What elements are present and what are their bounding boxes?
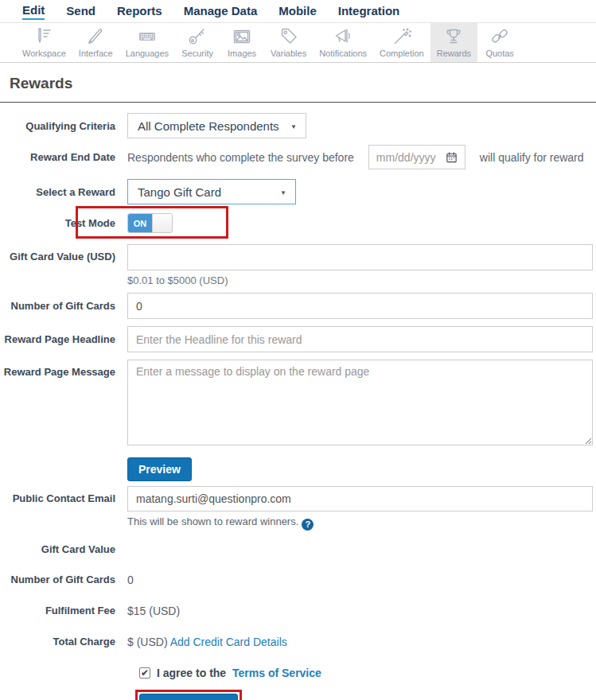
- tab-label: Interface: [79, 49, 113, 58]
- number-of-gift-cards-input[interactable]: [127, 293, 593, 319]
- reward-page-headline-label: Reward Page Headline: [0, 333, 127, 345]
- select-reward-value: Tango Gift Card: [138, 185, 221, 199]
- reward-page-message-textarea[interactable]: [127, 360, 593, 445]
- tab-label: Workspace: [22, 49, 66, 58]
- public-contact-email-input[interactable]: [127, 486, 593, 511]
- fulfilment-fee-value: $15 (USD): [127, 605, 596, 617]
- fulfilment-fee-label: Fulfilment Fee: [0, 605, 127, 617]
- settings-toolbar: Workspace Interface: [0, 23, 596, 63]
- preview-button[interactable]: Preview: [127, 457, 192, 481]
- save-changes-button[interactable]: Save Changes: [139, 694, 238, 700]
- nav-manage-data[interactable]: Manage Data: [184, 4, 258, 19]
- toggle-on-label: ON: [128, 214, 152, 232]
- tab-variables[interactable]: Variables: [264, 23, 313, 62]
- rewards-icon: [443, 26, 464, 47]
- tab-workspace[interactable]: Workspace: [16, 23, 72, 62]
- agree-text: I agree to the: [157, 667, 226, 679]
- qualifying-criteria-value: All Complete Respondents: [138, 119, 279, 133]
- gift-card-value-helper: $0.01 to $5000 (USD): [127, 274, 593, 286]
- public-contact-email-label: Public Contact Email: [0, 486, 127, 531]
- tab-security[interactable]: Security: [175, 23, 220, 62]
- gift-card-value-input[interactable]: [127, 244, 593, 270]
- number-of-gift-cards-label: Number of Gift Cards: [0, 300, 127, 312]
- total-charge-value: $ (USD): [127, 636, 168, 648]
- tab-label: Languages: [126, 49, 169, 58]
- toggle-knob[interactable]: [152, 214, 172, 232]
- images-icon: [232, 26, 252, 47]
- qualifying-criteria-select[interactable]: All Complete Respondents: [127, 113, 306, 138]
- date-placeholder: mm/dd/yyyy: [376, 151, 436, 164]
- summary-gift-card-value: [127, 543, 596, 555]
- nav-mobile[interactable]: Mobile: [279, 4, 317, 19]
- nav-reports[interactable]: Reports: [117, 4, 162, 19]
- quotas-icon: [489, 26, 510, 47]
- tab-rewards[interactable]: Rewards: [430, 23, 477, 62]
- summary-gift-card-value-label: Gift Card Value: [0, 543, 127, 555]
- tab-notifications[interactable]: Notifications: [313, 23, 373, 62]
- tab-images[interactable]: Images: [220, 23, 264, 62]
- tab-label: Variables: [271, 49, 306, 58]
- select-reward-label: Select a Reward: [0, 186, 127, 198]
- security-icon: [187, 26, 208, 47]
- reward-page-headline-input[interactable]: [127, 326, 593, 352]
- completion-icon: [391, 26, 412, 47]
- summary-number-value: 0: [127, 574, 596, 586]
- terms-of-service-link[interactable]: Terms of Service: [232, 667, 321, 679]
- variables-icon: [279, 26, 299, 47]
- reward-end-date-suffix: will qualify for reward: [480, 151, 584, 164]
- tab-label: Images: [228, 49, 256, 58]
- tab-label: Security: [181, 49, 213, 58]
- nav-integration[interactable]: Integration: [338, 4, 400, 19]
- select-reward-select[interactable]: Tango Gift Card: [127, 179, 296, 204]
- fulfilment-fee-row: Fulfilment Fee $15 (USD): [0, 605, 596, 617]
- reward-end-date-input[interactable]: mm/dd/yyyy: [368, 145, 466, 169]
- add-credit-card-link[interactable]: Add Credit Card Details: [170, 636, 287, 648]
- tab-label: Rewards: [437, 49, 471, 58]
- notifications-icon: [333, 26, 353, 47]
- reward-end-date-label: Reward End Date: [0, 151, 127, 163]
- nav-edit[interactable]: Edit: [22, 3, 45, 20]
- tab-label: Quotas: [485, 49, 513, 58]
- tab-interface[interactable]: Interface: [72, 23, 119, 62]
- summary-number-row: Number of Gift Cards 0: [0, 574, 596, 586]
- save-highlight-box: Save Changes: [135, 690, 242, 700]
- qualifying-criteria-label: Qualifying Criteria: [0, 120, 127, 132]
- reward-page-message-label: Reward Page Message: [0, 360, 127, 448]
- interface-icon: [85, 26, 106, 47]
- top-nav: Edit Send Reports Manage Data Mobile Int…: [0, 0, 596, 23]
- workspace-icon: [33, 26, 54, 47]
- tab-languages[interactable]: Languages: [119, 23, 175, 62]
- tab-label: Notifications: [319, 49, 367, 58]
- public-contact-email-helper: This will be shown to reward winners.: [127, 515, 298, 527]
- tab-completion[interactable]: Completion: [373, 23, 430, 62]
- gift-card-value-label: Gift Card Value (USD): [0, 244, 127, 286]
- summary-gift-card-value-row: Gift Card Value: [0, 543, 596, 555]
- calendar-icon[interactable]: [446, 151, 458, 163]
- tab-quotas[interactable]: Quotas: [477, 23, 522, 62]
- reward-end-date-prefix: Respondents who complete the survey befo…: [127, 151, 354, 164]
- help-icon[interactable]: ?: [302, 519, 314, 531]
- nav-send[interactable]: Send: [66, 4, 95, 19]
- test-mode-label: Test Mode: [0, 217, 127, 229]
- rewards-form: Qualifying Criteria All Complete Respond…: [0, 103, 596, 700]
- total-charge-row: Total Charge $ (USD) Add Credit Card Det…: [0, 636, 596, 648]
- summary-number-label: Number of Gift Cards: [0, 574, 127, 586]
- test-mode-toggle[interactable]: ON: [127, 213, 173, 233]
- total-charge-label: Total Charge: [0, 636, 127, 648]
- agree-checkbox[interactable]: ✔: [139, 667, 150, 679]
- languages-icon: [137, 26, 158, 47]
- page-title: Rewards: [10, 75, 586, 92]
- tab-label: Completion: [380, 49, 424, 58]
